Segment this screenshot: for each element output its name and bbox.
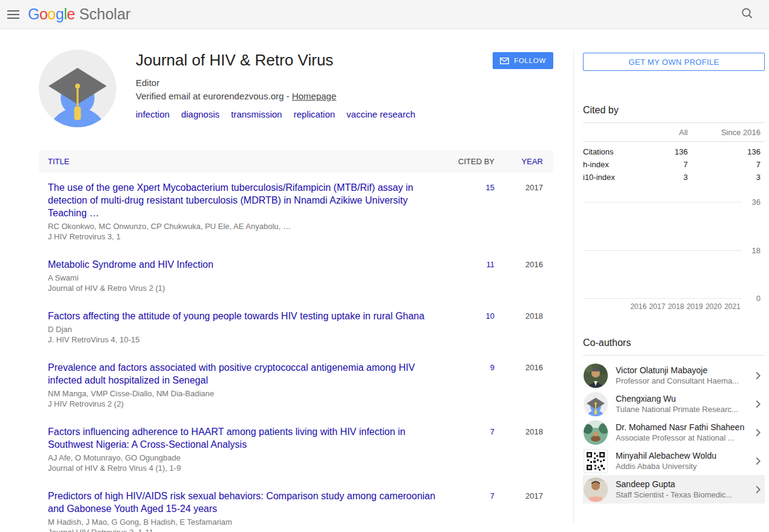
article-authors: D Djan — [48, 324, 445, 334]
homepage-link[interactable]: Homepage — [292, 91, 336, 101]
cited-by-count-link[interactable]: 15 — [486, 183, 494, 192]
google-logo-text: Google — [28, 5, 75, 23]
co-authors-section: Co-authors — [583, 337, 765, 504]
chart-x-label: 2021 — [723, 302, 742, 311]
cited-by-count-link[interactable]: 11 — [487, 260, 495, 269]
col-all-label: All — [641, 128, 688, 137]
scholar-logo-text: Scholar — [79, 5, 131, 23]
co-author-affiliation: Associate Professor at National ... — [616, 433, 749, 443]
article-title-link[interactable]: Prevalence and factors associated with p… — [48, 361, 445, 387]
article-row: Prevalence and factors associated with p… — [39, 353, 553, 417]
sort-by-title-link[interactable]: TITLE — [48, 157, 69, 166]
article-authors: A Swami — [48, 273, 445, 283]
article-year: 2016 — [494, 258, 553, 293]
interest-tag[interactable]: transmission — [231, 109, 282, 119]
article-venue: Journal of HIV & Retro Virus 2 (1) — [48, 283, 445, 293]
article-row: Factors affecting the attitude of young … — [39, 301, 553, 353]
article-authors: RC Okonkwo, MC Onwunzo, CP Chukwuka, PU … — [48, 221, 445, 231]
chart-x-label: 2017 — [648, 302, 667, 311]
main-column: Journal of HIV & Retro Virus Editor Veri… — [39, 50, 553, 532]
graduation-cap-avatar-icon — [39, 50, 116, 127]
citations-per-year-chart: 36180 — [583, 202, 765, 299]
interest-tag[interactable]: diagnosis — [181, 109, 219, 119]
co-author-affiliation: Tulane National Primate Researc... — [616, 404, 749, 414]
article-year: 2017 — [494, 490, 553, 532]
co-author-name[interactable]: Victor Olatunji Mabayoje — [616, 365, 749, 376]
article-year: 2018 — [494, 425, 553, 473]
profile-avatar — [39, 50, 116, 127]
i10-index-row: i10-index 3 3 — [583, 171, 765, 184]
article-title-link[interactable]: Predictors of high HIV/AIDS risk sexual … — [48, 490, 445, 515]
coauthor-qr-code-avatar — [584, 449, 608, 473]
article-venue: J. HIV RetroVirus 4, 10-15 — [48, 334, 445, 345]
page-body: Journal of HIV & Retro Virus Editor Veri… — [0, 50, 769, 532]
envelope-icon — [500, 58, 509, 64]
article-venue: J HIV Retrovirus 3, 1 — [48, 231, 445, 242]
article-title-link[interactable]: Metabolic Syndrome and HIV Infection — [48, 258, 445, 271]
profile-interests: infection diagnosis transmission replica… — [136, 109, 493, 119]
profile-verified-email: Verified email at eurorendezvous.org - H… — [136, 91, 493, 101]
sorted-by-cited-label: CITED BY — [445, 157, 494, 166]
search-icon[interactable] — [737, 4, 757, 25]
chart-bars — [629, 202, 742, 299]
chart-x-label: 2018 — [667, 302, 685, 311]
chevron-right-icon[interactable] — [749, 454, 765, 468]
coauthor-photo-avatar — [584, 421, 608, 445]
interest-tag[interactable]: replication — [293, 109, 335, 119]
profile-info: Journal of HIV & Retro Virus Editor Veri… — [136, 50, 493, 127]
menu-icon[interactable] — [0, 0, 27, 29]
article-year: 2016 — [494, 361, 553, 409]
citations-row: Citations 136 136 — [583, 145, 765, 158]
co-author-affiliation: Staff Scientist - Texas Biomedic... — [616, 490, 749, 500]
article-title-link[interactable]: Factors influencing adherence to HAART a… — [48, 425, 445, 451]
coauthor-photo-avatar — [584, 477, 608, 502]
chart-x-labels: 201620172018201920202021 — [583, 302, 759, 311]
cited-by-heading: Cited by — [583, 105, 765, 123]
article-title-link[interactable]: Factors affecting the attitude of young … — [48, 310, 445, 322]
co-author-row[interactable]: Victor Olatunji Mabayoje Professor and C… — [583, 361, 765, 390]
cited-by-count-link[interactable]: 7 — [490, 491, 494, 500]
article-year: 2018 — [494, 310, 553, 345]
cited-by-table-header: All Since 2016 — [583, 123, 765, 142]
chevron-right-icon[interactable] — [749, 483, 765, 496]
coauthor-default-avatar — [584, 392, 608, 416]
profile-header: Journal of HIV & Retro Virus Editor Veri… — [39, 50, 553, 127]
co-author-affiliation: Addis Ababa University — [616, 461, 749, 471]
sort-by-year-link[interactable]: YEAR — [522, 157, 543, 166]
co-author-name[interactable]: Dr. Mohamed Nasr Fathi Shaheen — [616, 422, 749, 433]
co-author-name[interactable]: Sandeep Gupta — [616, 479, 749, 490]
interest-tag[interactable]: vaccine research — [347, 109, 415, 119]
chart-y-tick: 0 — [756, 294, 761, 303]
article-title-link[interactable]: The use of the gene Xpert Mycobacterium … — [48, 181, 445, 219]
chevron-right-icon[interactable] — [749, 397, 765, 411]
cited-by-count-link[interactable]: 7 — [490, 427, 494, 436]
cited-by-count-link[interactable]: 10 — [486, 311, 494, 321]
co-author-row[interactable]: Minyahil Alebachew Woldu Addis Ababa Uni… — [583, 447, 765, 475]
chart-y-ticks: 36180 — [742, 202, 765, 299]
chart-x-label: 2019 — [685, 302, 704, 311]
chevron-right-icon[interactable] — [749, 369, 765, 382]
chart-x-label: 2020 — [704, 302, 723, 311]
interest-tag[interactable]: infection — [136, 109, 170, 119]
h-index-row: h-index 7 7 — [583, 158, 765, 171]
co-author-row[interactable]: Dr. Mohamed Nasr Fathi Shaheen Associate… — [583, 418, 765, 447]
google-scholar-logo[interactable]: Google Scholar — [28, 5, 130, 23]
chevron-right-icon[interactable] — [749, 426, 765, 439]
article-row: Metabolic Syndrome and HIV Infection A S… — [39, 250, 553, 301]
chart-y-tick: 18 — [752, 246, 761, 255]
co-author-name[interactable]: Chengxiang Wu — [616, 393, 749, 404]
chart-x-label: 2016 — [629, 302, 648, 311]
co-author-name[interactable]: Minyahil Alebachew Woldu — [616, 450, 749, 461]
get-my-own-profile-button[interactable]: GET MY OWN PROFILE — [583, 53, 765, 71]
articles-table-header: TITLE CITED BY YEAR — [39, 150, 553, 173]
follow-button[interactable]: FOLLOW — [493, 52, 553, 69]
co-author-row[interactable]: Sandeep Gupta Staff Scientist - Texas Bi… — [583, 475, 765, 504]
cited-by-section: Cited by All Since 2016 Citations 136 13… — [583, 105, 765, 184]
article-authors: AJ Afe, O Motunrayo, GO Ogungbade — [48, 453, 445, 463]
articles-table: TITLE CITED BY YEAR The use of the gene … — [39, 150, 553, 532]
co-author-row[interactable]: Chengxiang Wu Tulane National Primate Re… — [583, 390, 765, 418]
chart-y-tick: 36 — [752, 198, 761, 207]
article-venue: Journal HIV Retrovirus 3, 1-11 — [48, 527, 445, 532]
right-sidebar: GET MY OWN PROFILE Cited by All Since 20… — [573, 50, 759, 522]
cited-by-count-link[interactable]: 9 — [490, 363, 494, 372]
